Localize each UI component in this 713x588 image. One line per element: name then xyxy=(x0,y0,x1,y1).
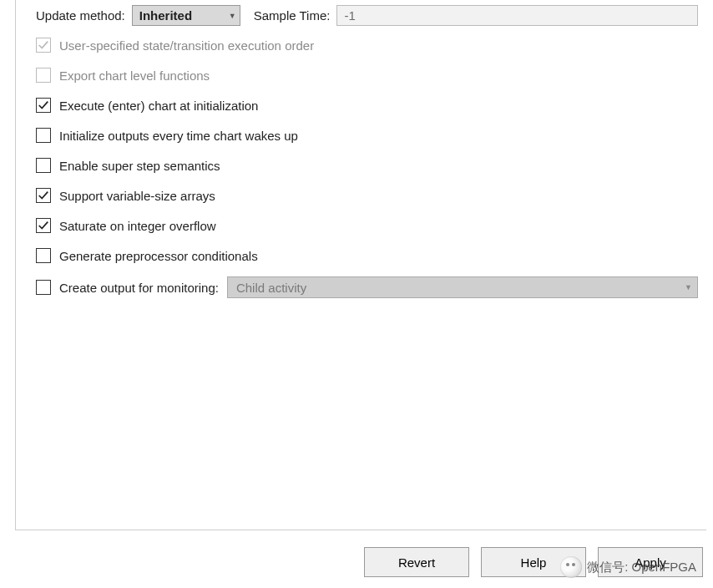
update-method-label: Update method: xyxy=(36,8,125,23)
checkbox xyxy=(36,38,51,53)
sample-time-input[interactable] xyxy=(336,5,698,26)
checkbox[interactable] xyxy=(36,158,51,173)
create-output-monitoring-checkbox[interactable] xyxy=(36,280,51,295)
button-bar: Revert Help Apply xyxy=(0,537,713,577)
checkbox[interactable] xyxy=(36,218,51,233)
help-button[interactable]: Help xyxy=(481,547,586,577)
checkbox-label: Initialize outputs every time chart wake… xyxy=(59,129,298,143)
checkbox[interactable] xyxy=(36,248,51,263)
checkbox-label: Generate preprocessor conditionals xyxy=(59,249,258,263)
create-output-monitoring-label: Create output for monitoring: xyxy=(59,281,219,295)
revert-button[interactable]: Revert xyxy=(364,547,469,577)
checkbox[interactable] xyxy=(36,128,51,143)
chevron-down-icon: ▼ xyxy=(229,12,236,20)
checkbox[interactable] xyxy=(36,188,51,203)
check-row: Support variable-size arrays xyxy=(36,186,698,205)
chevron-down-icon: ▼ xyxy=(685,283,692,291)
update-method-dropdown[interactable]: Inherited ▼ xyxy=(132,5,240,26)
check-row: Generate preprocessor conditionals xyxy=(36,246,698,265)
check-row: Execute (enter) chart at initialization xyxy=(36,96,698,114)
settings-panel: Update method: Inherited ▼ Sample Time: … xyxy=(15,0,706,530)
check-row: Export chart level functions xyxy=(36,66,698,84)
checkbox-label: User-specified state/transition executio… xyxy=(59,38,314,53)
check-row: Enable super step semantics xyxy=(36,156,698,175)
update-method-value: Inherited xyxy=(139,8,192,23)
check-row: Saturate on integer overflow xyxy=(36,216,698,235)
checkbox xyxy=(36,68,51,83)
monitoring-dropdown: Child activity ▼ xyxy=(227,276,698,298)
monitoring-dropdown-value: Child activity xyxy=(236,281,306,295)
checkbox-label: Execute (enter) chart at initialization xyxy=(59,99,258,113)
checkbox[interactable] xyxy=(36,98,51,113)
check-row: Initialize outputs every time chart wake… xyxy=(36,126,698,144)
monitor-row: Create output for monitoring: Child acti… xyxy=(36,276,698,298)
checkbox-label: Enable super step semantics xyxy=(59,159,220,173)
apply-button[interactable]: Apply xyxy=(598,547,703,577)
check-row: User-specified state/transition executio… xyxy=(36,36,698,54)
checkbox-label: Export chart level functions xyxy=(59,68,210,83)
checkbox-label: Support variable-size arrays xyxy=(59,189,215,203)
top-row: Update method: Inherited ▼ Sample Time: xyxy=(36,5,698,26)
checkbox-label: Saturate on integer overflow xyxy=(59,219,216,233)
sample-time-label: Sample Time: xyxy=(254,8,331,23)
